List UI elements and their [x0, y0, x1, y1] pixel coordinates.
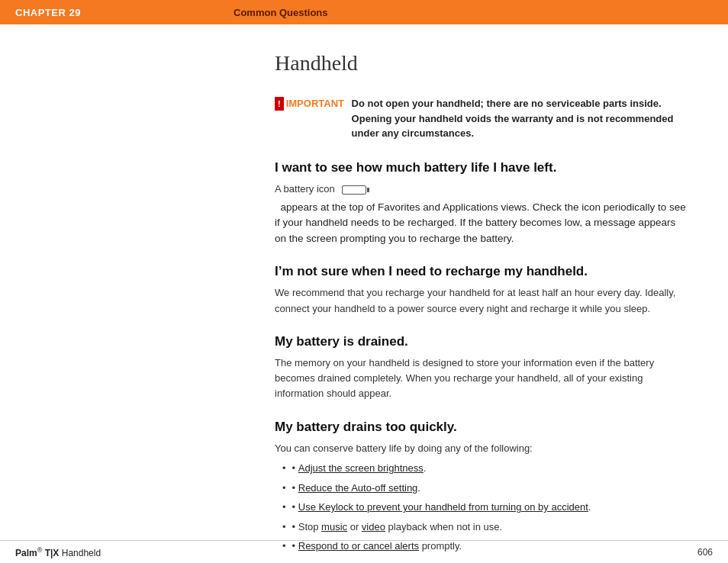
body-text-recharge-time: We recommend that you recharge your hand…	[275, 285, 690, 316]
important-box: !IMPORTANT Do not open your handheld; th…	[275, 96, 690, 141]
important-description: Do not open your handheld; there are no …	[352, 96, 690, 141]
footer-type: Handheld	[62, 548, 101, 558]
footer-page-number: 606	[697, 547, 713, 558]
link-video[interactable]: video	[362, 521, 385, 532]
section-heading-battery-life: I want to see how much battery life I ha…	[275, 158, 690, 178]
important-label: IMPORTANT	[286, 96, 344, 111]
section-heading-battery-drains: My battery drains too quickly.	[275, 417, 690, 437]
header-section-title: Common Questions	[234, 7, 328, 18]
important-badge: !IMPORTANT	[275, 96, 347, 111]
list-item: • Use Keylock to prevent your handheld f…	[282, 500, 690, 515]
section-heading-battery-drained: My battery is drained.	[275, 332, 690, 352]
list-item: • Adjust the screen brightness.	[282, 461, 690, 476]
body-text-battery-drained: The memory on your handheld is designed …	[275, 355, 690, 401]
page-heading: Handheld	[275, 47, 690, 79]
chapter-label: CHAPTER 29	[15, 7, 234, 18]
section-heading-recharge-time: I’m not sure when I need to recharge my …	[275, 262, 690, 282]
footer-brand: Palm® T|X Handheld	[15, 546, 101, 558]
link-keylock[interactable]: Use Keylock to prevent your handheld fro…	[298, 501, 588, 513]
exclamation-icon: !	[275, 97, 284, 111]
list-item: • Stop music or video playback when not …	[282, 520, 690, 535]
main-content: Handheld !IMPORTANT Do not open your han…	[0, 24, 728, 563]
body-text-battery-life: A battery icon	[275, 182, 690, 197]
link-reduce-autooff[interactable]: Reduce the Auto-off setting	[298, 482, 418, 494]
battery-icon	[342, 185, 366, 195]
link-adjust-brightness[interactable]: Adjust the screen brightness	[298, 462, 424, 474]
footer-trademark: ®	[37, 546, 43, 554]
footer-brand-name: Palm	[15, 548, 37, 558]
footer-model: T|X	[45, 548, 60, 558]
footer-bar: Palm® T|X Handheld 606	[0, 540, 728, 563]
list-item: • Reduce the Auto-off setting.	[282, 481, 690, 496]
header-bar: CHAPTER 29 Common Questions	[0, 0, 728, 24]
link-music[interactable]: music	[321, 521, 347, 532]
body-text-battery-drains-intro: You can conserve battery life by doing a…	[275, 441, 690, 456]
